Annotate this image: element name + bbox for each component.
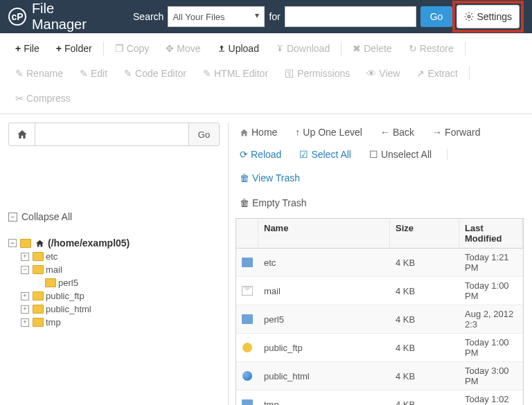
upload-button[interactable]: Upload	[209, 39, 267, 58]
path-nav: Go	[8, 123, 220, 146]
search-input[interactable]	[285, 6, 416, 27]
cell-name: public_ftp	[258, 334, 390, 361]
move-button[interactable]: ✥Move	[157, 39, 209, 58]
expander-icon[interactable]: +	[21, 318, 29, 327]
cpanel-logo: cP	[8, 8, 26, 26]
settings-button[interactable]: Settings	[456, 5, 520, 28]
header-bar: cP File Manager Search for Go Settings	[0, 0, 532, 33]
folder-tree: − (/home/exampl05) +etc−mailperl5+public…	[8, 236, 220, 329]
cell-size: 4 KB	[390, 277, 459, 305]
tree-label: tmp	[46, 317, 61, 327]
collapse-all-button[interactable]: − Collapse All	[8, 208, 220, 225]
search-go-button[interactable]: Go	[420, 6, 453, 27]
cell-modified: Today 1:00 PM	[459, 277, 523, 305]
cell-modified: Today 3:00 PM	[459, 362, 523, 390]
tree-label: mail	[46, 264, 62, 275]
folder-icon	[33, 318, 44, 327]
edit-icon: ✎	[80, 68, 88, 79]
check-icon: ☑	[299, 149, 308, 160]
back-icon: ←	[380, 127, 390, 138]
col-modified[interactable]: Last Modified	[459, 219, 523, 248]
edit-button[interactable]: ✎Edit	[71, 64, 116, 83]
tree-item[interactable]: +tmp	[21, 316, 220, 329]
folder-icon	[33, 252, 44, 261]
right-panel: Home ↑Up One Level ←Back →Forward ⟳Reloa…	[228, 123, 524, 405]
crumb-up[interactable]: ↑Up One Level	[291, 125, 366, 139]
folder-icon	[33, 291, 44, 300]
home-icon	[17, 129, 28, 140]
eye-icon: 👁	[366, 68, 376, 79]
cell-modified: Today 1:21 PM	[459, 249, 523, 276]
rename-icon: ✎	[15, 68, 24, 79]
delete-button[interactable]: ✖Delete	[344, 39, 400, 58]
cell-size: 4 KB	[390, 334, 459, 361]
folder-icon	[33, 265, 44, 274]
html-icon: ✎	[203, 68, 211, 79]
file-grid: Name Size Last Modified etc 4 KB Today 1…	[236, 218, 524, 405]
view-trash-button[interactable]: 🗑View Trash	[236, 171, 304, 185]
folder-icon	[45, 278, 56, 287]
compress-button[interactable]: ✂Compress	[7, 89, 79, 108]
cell-size: 4 KB	[390, 249, 459, 276]
view-button[interactable]: 👁View	[358, 64, 408, 83]
select-all-button[interactable]: ☑Select All	[295, 147, 355, 161]
expander-icon[interactable]: −	[8, 239, 17, 247]
cell-modified: Aug 2, 2012 2:3	[459, 305, 523, 333]
globe-icon	[242, 371, 252, 381]
folder-icon	[33, 305, 44, 314]
copy-button[interactable]: ❐Copy	[107, 39, 158, 58]
compress-icon: ✂	[15, 93, 24, 104]
table-row[interactable]: tmp 4 KB Today 1:02 PM	[236, 390, 523, 405]
cell-modified: Today 1:00 PM	[459, 334, 523, 361]
tree-root[interactable]: − (/home/exampl05)	[8, 236, 220, 250]
code-editor-button[interactable]: ✎Code Editor	[116, 64, 195, 83]
col-size[interactable]: Size	[390, 219, 459, 248]
expander-icon[interactable]: +	[21, 253, 29, 261]
move-icon: ✥	[166, 43, 174, 54]
html-editor-button[interactable]: ✎HTML Editor	[195, 64, 276, 83]
crumb-home[interactable]: Home	[236, 125, 281, 139]
table-row[interactable]: mail 4 KB Today 1:00 PM	[236, 277, 523, 305]
reload-button[interactable]: ⟳Reload	[236, 147, 285, 161]
crumb-back[interactable]: ←Back	[376, 125, 418, 139]
table-row[interactable]: etc 4 KB Today 1:21 PM	[236, 249, 523, 277]
new-file-button[interactable]: +File	[7, 39, 48, 58]
path-go-button[interactable]: Go	[188, 123, 219, 145]
trash-icon: 🗑	[240, 197, 249, 208]
expander-icon[interactable]: −	[21, 266, 29, 274]
extract-icon: ↗	[416, 68, 425, 79]
crumb-forward[interactable]: →Forward	[428, 125, 484, 139]
tree-item[interactable]: +public_html	[21, 303, 220, 316]
home-button[interactable]	[9, 123, 35, 145]
gear-icon	[464, 12, 474, 21]
path-input[interactable]	[35, 123, 188, 145]
for-label: for	[269, 11, 280, 22]
search-scope-select[interactable]	[168, 6, 265, 27]
download-button[interactable]: Download	[267, 39, 338, 58]
empty-trash-button[interactable]: 🗑Empty Trash	[236, 196, 311, 210]
new-folder-button[interactable]: +Folder	[48, 39, 100, 58]
extract-button[interactable]: ↗Extract	[408, 64, 466, 83]
tree-item[interactable]: −mail	[21, 263, 220, 276]
table-row[interactable]: public_html 4 KB Today 3:00 PM	[236, 362, 523, 390]
tree-item[interactable]: perl5	[33, 276, 220, 289]
tree-label: etc	[46, 251, 57, 262]
download-icon	[276, 44, 284, 53]
expander-icon[interactable]: +	[21, 292, 29, 300]
permissions-button[interactable]: ⚿Permissions	[276, 64, 358, 83]
table-row[interactable]: public_ftp 4 KB Today 1:00 PM	[236, 334, 523, 362]
restore-icon: ↻	[409, 43, 417, 54]
main-area: Go − Collapse All − (/home/exampl05) +et…	[0, 114, 532, 405]
col-name[interactable]: Name	[258, 219, 390, 248]
cell-size: 4 KB	[390, 305, 459, 333]
folder-open-icon	[20, 239, 31, 248]
expander-icon[interactable]: +	[21, 305, 29, 314]
unselect-all-button[interactable]: ☐Unselect All	[365, 147, 436, 161]
tree-item[interactable]: +public_ftp	[21, 289, 220, 303]
restore-button[interactable]: ↻Restore	[400, 39, 462, 58]
tree-item[interactable]: +etc	[21, 250, 220, 263]
table-row[interactable]: perl5 4 KB Aug 2, 2012 2:3	[236, 305, 523, 334]
rename-button[interactable]: ✎Rename	[7, 64, 71, 83]
trash-crumbs: 🗑Empty Trash	[236, 193, 524, 218]
cell-size: 4 KB	[390, 390, 459, 405]
